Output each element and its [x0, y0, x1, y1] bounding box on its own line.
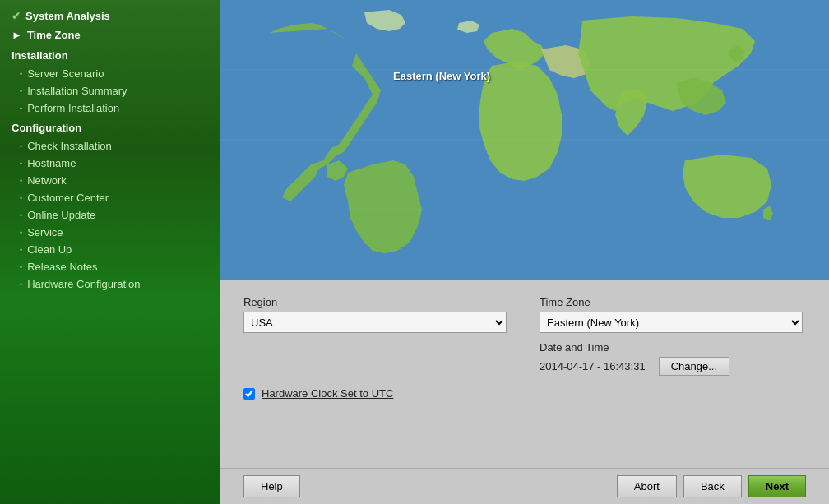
bullet-icon: •: [20, 211, 22, 220]
bullet-icon: •: [20, 229, 22, 237]
bullet-icon: •: [20, 87, 22, 95]
sidebar-item-hostname[interactable]: • Hostname: [0, 155, 220, 172]
change-button[interactable]: Change...: [659, 357, 729, 376]
timezone-group: Time Zone Eastern (New York) Central Mou…: [540, 296, 803, 376]
arrow-icon: ►: [12, 29, 22, 41]
bullet-icon: •: [20, 160, 22, 168]
sidebar-item-time-zone[interactable]: ► Time Zone: [0, 25, 220, 44]
bullet-icon: •: [20, 280, 22, 289]
sidebar-item-release-notes[interactable]: • Release Notes: [0, 258, 220, 275]
sidebar-item-customer-center[interactable]: • Customer Center: [0, 189, 220, 206]
bullet-icon: •: [20, 70, 22, 78]
form-row-selects: Region USA Europe Asia Africa Americas P…: [243, 296, 806, 376]
hw-clock-checkbox[interactable]: [243, 388, 255, 400]
world-map: Eastern (New York): [220, 0, 829, 280]
sidebar-item-check-installation[interactable]: • Check Installation: [0, 137, 220, 155]
installation-section-title: Installation: [0, 44, 220, 65]
sidebar-item-network[interactable]: • Network: [0, 172, 220, 189]
button-bar: Help Abort Back Next: [220, 468, 829, 504]
btn-right-group: Abort Back Next: [617, 475, 806, 497]
sidebar-item-perform-installation[interactable]: • Perform Installation: [0, 99, 220, 117]
bullet-icon: •: [20, 177, 22, 185]
abort-button[interactable]: Abort: [617, 475, 677, 497]
sidebar-item-installation-summary[interactable]: • Installation Summary: [0, 82, 220, 99]
form-area: Region USA Europe Asia Africa Americas P…: [220, 280, 829, 468]
bullet-icon: •: [20, 104, 22, 113]
sidebar-item-hardware-configuration[interactable]: • Hardware Configuration: [0, 275, 220, 293]
back-button[interactable]: Back: [683, 475, 742, 497]
sidebar: ✔ System Analysis ► Time Zone Installati…: [0, 0, 220, 504]
help-button[interactable]: Help: [243, 475, 300, 497]
timezone-select[interactable]: Eastern (New York) Central Mountain Paci…: [540, 312, 803, 333]
region-label: Region: [243, 296, 507, 308]
bullet-icon: •: [20, 142, 22, 150]
checkmark-icon: ✔: [12, 10, 21, 22]
datetime-label: Date and Time: [540, 341, 803, 354]
region-select[interactable]: USA Europe Asia Africa Americas Pacific: [243, 312, 507, 333]
region-group: Region USA Europe Asia Africa Americas P…: [243, 296, 507, 333]
timezone-label: Time Zone: [540, 296, 803, 308]
bullet-icon: •: [20, 246, 22, 254]
hw-clock-row: Hardware Clock Set to UTC: [243, 387, 806, 400]
datetime-value: 2014-04-17 - 16:43:31: [540, 360, 646, 372]
sidebar-item-clean-up[interactable]: • Clean Up: [0, 241, 220, 258]
bullet-icon: •: [20, 194, 22, 202]
datetime-group: Date and Time 2014-04-17 - 16:43:31 Chan…: [540, 341, 803, 376]
configuration-section-title: Configuration: [0, 117, 220, 137]
sidebar-item-online-update[interactable]: • Online Update: [0, 206, 220, 224]
main-content: Eastern (New York) Region USA Europe Asi…: [220, 0, 829, 504]
next-button[interactable]: Next: [748, 475, 806, 497]
bullet-icon: •: [20, 263, 22, 271]
hw-clock-label: Hardware Clock Set to UTC: [262, 387, 393, 400]
sidebar-item-server-scenario[interactable]: • Server Scenario: [0, 65, 220, 82]
datetime-row: 2014-04-17 - 16:43:31 Change...: [540, 357, 803, 376]
sidebar-item-service[interactable]: • Service: [0, 224, 220, 241]
sidebar-item-system-analysis[interactable]: ✔ System Analysis: [0, 7, 220, 25]
